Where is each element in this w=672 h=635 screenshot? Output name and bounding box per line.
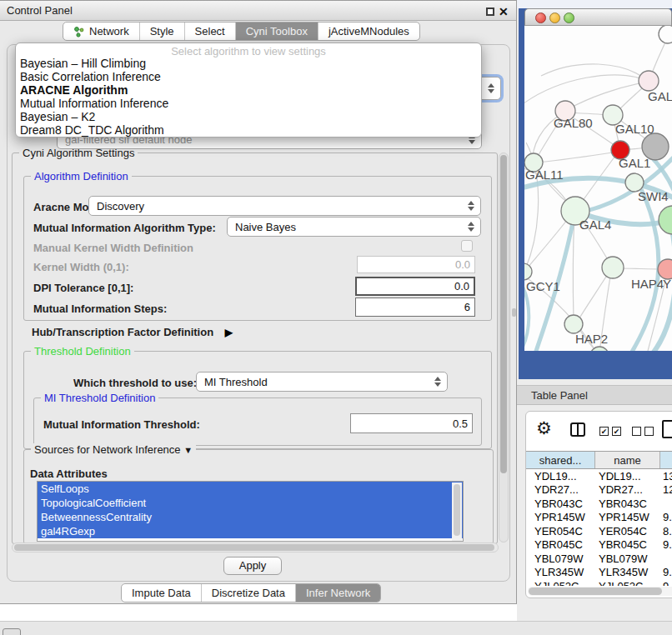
- tab-cyni-toolbox[interactable]: Cyni Toolbox: [235, 22, 318, 40]
- dropdown-item[interactable]: Bayesian – K2: [16, 110, 481, 123]
- column-split-icon[interactable]: [570, 422, 585, 437]
- dpi-tolerance-field[interactable]: [355, 277, 475, 296]
- unchecked-box-icon[interactable]: [644, 427, 654, 436]
- data-attributes-label: Data Attributes: [30, 468, 108, 480]
- tab-jactivemnodules[interactable]: jActiveMNodules: [318, 22, 419, 40]
- mi-algorithm-type-label: Mutual Information Algorithm Type:: [33, 222, 216, 234]
- splitter-handle[interactable]: [512, 308, 516, 317]
- apply-button[interactable]: Apply: [223, 557, 282, 575]
- zoom-traffic-light-icon[interactable]: [564, 12, 574, 23]
- list-item[interactable]: TopologicalCoefficient: [38, 496, 463, 510]
- tab-network-label: Network: [89, 25, 129, 38]
- node-label: GAL4: [579, 218, 611, 232]
- tab-network[interactable]: Network: [63, 22, 139, 40]
- checked-box-icon[interactable]: ✔: [612, 427, 621, 436]
- table-row[interactable]: YPR145WYPR145W9.: [526, 511, 672, 525]
- dropdown-item-aracne[interactable]: ARACNE Algorithm: [16, 83, 481, 97]
- table-row[interactable]: YLR345WYLR345W9.: [526, 566, 672, 580]
- dropdown-item[interactable]: Mutual Information Inference: [16, 97, 481, 110]
- node-hap2[interactable]: [564, 315, 583, 333]
- close-traffic-light-icon[interactable]: [535, 12, 546, 23]
- table-panel-title: Table Panel: [531, 386, 588, 405]
- node-bright-green[interactable]: [659, 206, 672, 234]
- mi-steps-field[interactable]: [355, 298, 475, 317]
- mi-threshold-field[interactable]: [350, 413, 473, 433]
- float-window-icon[interactable]: [486, 8, 494, 16]
- tab-discretize-data[interactable]: Discretize Data: [201, 584, 295, 602]
- corner-panel-button[interactable]: [3, 628, 21, 635]
- which-threshold-combobox[interactable]: MI Threshold: [196, 372, 448, 392]
- tab-select[interactable]: Select: [184, 22, 235, 40]
- unchecked-box-icon[interactable]: [632, 427, 641, 436]
- sources-title[interactable]: Sources for Network Inference ▼: [31, 443, 196, 456]
- gear-icon[interactable]: ⚙: [536, 418, 552, 438]
- threshold-definition-title: Threshold Definition: [31, 345, 134, 358]
- table-row[interactable]: YBR045CYBR045C9.: [526, 538, 672, 552]
- table-row[interactable]: YDL19...YDL19...13: [526, 469, 672, 483]
- dropdown-placeholder: Select algorithm to view settings: [16, 43, 481, 57]
- list-scrollbar[interactable]: [452, 482, 462, 541]
- desktop-top-strip: [517, 0, 672, 8]
- algorithm-dropdown-popup: Select algorithm to view settings Bayesi…: [15, 42, 482, 138]
- node-label: GAL11: [525, 168, 564, 182]
- table-row[interactable]: YER054CYER054C8.: [526, 524, 672, 538]
- node[interactable]: [659, 26, 672, 43]
- mi-algorithm-type-combobox[interactable]: Naive Bayes: [227, 217, 481, 237]
- table-row[interactable]: YBR043CYBR043C: [526, 497, 672, 511]
- kernel-width-field[interactable]: [357, 256, 475, 273]
- mi-threshold-label: Mutual Information Threshold:: [43, 418, 200, 431]
- tab-impute-data[interactable]: Impute Data: [122, 584, 201, 602]
- node-hap4[interactable]: [602, 257, 624, 278]
- mi-steps-label: Mutual Information Steps:: [33, 302, 167, 315]
- manual-kernel-label: Manual Kernel Width Definition: [33, 242, 193, 254]
- node-label: GAL1: [619, 156, 650, 170]
- node-gal7[interactable]: [639, 71, 659, 91]
- dropdown-item[interactable]: Bayesian – Hill Climbing: [16, 57, 481, 70]
- right-region: GAL7 GAL80 GAL10 GAL1 GAL11 SWI4 GAL4 GC…: [517, 0, 672, 635]
- tab-style[interactable]: Style: [139, 22, 184, 40]
- table-header-row: shared... name: [526, 451, 672, 469]
- column-header-partial[interactable]: [660, 452, 672, 468]
- data-attributes-list: SelfLoops TopologicalCoefficient Between…: [37, 481, 464, 542]
- control-panel-titlebar: Control Panel ✕: [0, 1, 516, 21]
- vertical-scrollbar-thumb[interactable]: [500, 155, 507, 473]
- network-canvas[interactable]: GAL7 GAL80 GAL10 GAL1 GAL11 SWI4 GAL4 GC…: [524, 26, 672, 351]
- list-item[interactable]: gal4RGexp: [38, 524, 463, 538]
- node-label: GAL7: [648, 89, 672, 103]
- settings-vertical-scrollbar[interactable]: [499, 152, 509, 542]
- mi-threshold-title: MI Threshold Definition: [41, 392, 158, 404]
- hub-definition-expander[interactable]: Hub/Transcription Factor Definition ▶: [32, 326, 233, 338]
- column-header-shared-name[interactable]: shared...: [526, 452, 595, 468]
- list-item[interactable]: BetweennessCentrality: [38, 510, 463, 524]
- node-gcy1[interactable]: [524, 263, 532, 280]
- tab-infer-network[interactable]: Infer Network: [295, 584, 380, 602]
- table-rows: YDL19...YDL19...13 YDR27...YDR27...12 YB…: [526, 469, 672, 586]
- table-icon[interactable]: [662, 420, 672, 438]
- control-panel-tab-bar: Network Style Select Cyni Toolbox jActiv…: [63, 22, 420, 41]
- node-label: HAP4: [631, 277, 664, 291]
- table-row[interactable]: YJL052CYJL052C9: [526, 579, 672, 586]
- list-item[interactable]: SelfLoops: [38, 482, 463, 496]
- cyni-bottom-tab-bar: Impute Data Discretize Data Infer Networ…: [121, 583, 381, 602]
- table-horizontal-scrollbar[interactable]: [528, 587, 672, 596]
- checked-box-icon[interactable]: ✔: [599, 427, 609, 436]
- node-label: SWI4: [638, 189, 669, 203]
- combo-stepper-icon: [488, 83, 494, 93]
- aracne-mode-combobox[interactable]: Discovery: [88, 196, 481, 216]
- horizontal-scrollbar-thumb[interactable]: [14, 544, 494, 551]
- list-scrollbar-thumb[interactable]: [454, 484, 460, 536]
- settings-horizontal-scrollbar[interactable]: [12, 542, 499, 552]
- collapse-down-icon: ▼: [183, 445, 193, 455]
- dropdown-item[interactable]: Dream8 DC_TDC Algorithm: [16, 123, 481, 137]
- table-row[interactable]: YBL079WYBL079W: [526, 552, 672, 566]
- column-header-name[interactable]: name: [595, 452, 660, 468]
- network-view-window: GAL7 GAL80 GAL10 GAL1 GAL11 SWI4 GAL4 GC…: [524, 8, 672, 351]
- minimize-traffic-light-icon[interactable]: [549, 12, 560, 23]
- table-horizontal-scrollbar-thumb[interactable]: [529, 588, 662, 595]
- table-row[interactable]: YDR27...YDR27...12: [526, 483, 672, 498]
- dropdown-item[interactable]: Basic Correlation Inference: [16, 70, 481, 83]
- close-icon[interactable]: ✕: [499, 3, 509, 20]
- node-label: Y: [663, 277, 671, 291]
- manual-kernel-checkbox[interactable]: [461, 240, 473, 252]
- network-window-titlebar[interactable]: [524, 8, 672, 26]
